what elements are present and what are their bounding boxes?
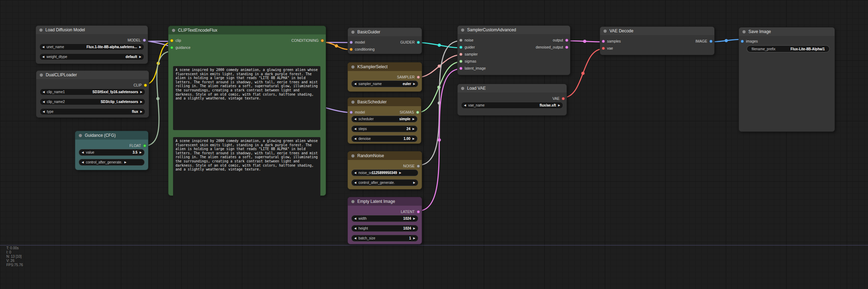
widget-batch-size[interactable]: ◀ batch_size 1 ▶: [351, 235, 418, 242]
node-titlebar[interactable]: Load VAE: [458, 84, 567, 92]
widget-weight-dtype[interactable]: ◀ weight_dtype default ▶: [39, 53, 144, 60]
collapse-dot-icon[interactable]: [351, 154, 355, 158]
collapse-dot-icon[interactable]: [351, 200, 355, 203]
decrement-arrow-icon[interactable]: ◀: [82, 161, 84, 164]
image-output-slot[interactable]: [709, 40, 713, 43]
increment-arrow-icon[interactable]: ▶: [139, 46, 141, 49]
decrement-arrow-icon[interactable]: ◀: [354, 128, 356, 130]
increment-arrow-icon[interactable]: ▶: [399, 172, 401, 174]
noise-output-slot[interactable]: [417, 165, 420, 168]
widget-noise-seed[interactable]: ◀ noise_se 1125899950349 ▶: [351, 169, 418, 176]
sigmas-input-slot[interactable]: [459, 60, 462, 63]
latent-output-slot[interactable]: [417, 210, 420, 213]
node-titlebar[interactable]: Save Image: [739, 27, 835, 36]
node-load-vae[interactable]: Load VAE VAE ◀ vae_name flux/ae.sft ▶: [457, 84, 567, 116]
widget-sampler-name[interactable]: ◀ sampler_name euler ▶: [351, 81, 418, 87]
model-output-slot[interactable]: [143, 39, 146, 42]
widget-filename-prefix[interactable]: filename_prefix Flux-Lite-8B-Alpha/1: [747, 45, 830, 52]
node-vae-decode[interactable]: VAE Decode samples IMAGE vae: [600, 26, 715, 55]
increment-arrow-icon[interactable]: ▶: [413, 227, 415, 230]
increment-arrow-icon[interactable]: ▶: [413, 137, 415, 140]
collapse-dot-icon[interactable]: [79, 134, 82, 137]
decrement-arrow-icon[interactable]: ◀: [354, 118, 356, 121]
collapse-dot-icon[interactable]: [351, 101, 355, 104]
collapse-dot-icon[interactable]: [172, 29, 175, 32]
node-save-image[interactable]: Save Image images filename_prefix Flux-L…: [739, 27, 835, 132]
decrement-arrow-icon[interactable]: ◀: [43, 101, 45, 103]
decrement-arrow-icon[interactable]: ◀: [82, 151, 84, 154]
decrement-arrow-icon[interactable]: ◀: [354, 237, 356, 240]
widget-scheduler[interactable]: ◀ scheduler simple ▶: [351, 116, 417, 122]
increment-arrow-icon[interactable]: ▶: [413, 217, 415, 220]
decrement-arrow-icon[interactable]: ◀: [354, 217, 356, 220]
node-titlebar[interactable]: RandomNoise: [348, 152, 422, 160]
increment-arrow-icon[interactable]: ▶: [413, 237, 415, 240]
increment-arrow-icon[interactable]: ▶: [140, 151, 142, 154]
widget-clip-name2[interactable]: ◀ clip_name2 SD3/clip_l.safetensors ▶: [40, 98, 145, 105]
conditioning-output-slot[interactable]: [321, 39, 324, 42]
node-ksampler-select[interactable]: KSamplerSelect SAMPLER ◀ sampler_name eu…: [347, 62, 422, 92]
decrement-arrow-icon[interactable]: ◀: [464, 104, 466, 107]
vae-output-slot[interactable]: [562, 97, 565, 100]
widget-clip-name1[interactable]: ◀ clip_name1 SD3/t5xxl_fp16.safetensors …: [40, 89, 145, 95]
decrement-arrow-icon[interactable]: ◀: [42, 56, 44, 58]
vae-input-slot[interactable]: [602, 47, 605, 50]
increment-arrow-icon[interactable]: ▶: [139, 56, 141, 58]
collapse-dot-icon[interactable]: [40, 73, 43, 77]
collapse-dot-icon[interactable]: [351, 31, 355, 34]
collapse-dot-icon[interactable]: [461, 87, 464, 90]
float-output-slot[interactable]: [143, 144, 146, 147]
samples-input-slot[interactable]: [602, 40, 605, 43]
decrement-arrow-icon[interactable]: ◀: [354, 227, 356, 230]
node-titlebar[interactable]: Empty Latent Image: [348, 197, 422, 206]
increment-arrow-icon[interactable]: ▶: [125, 161, 127, 164]
sigmas-output-slot[interactable]: [416, 111, 419, 114]
model-input-slot[interactable]: [350, 111, 353, 114]
node-titlebar[interactable]: SamplerCustomAdvanced: [458, 26, 570, 34]
widget-unet-name[interactable]: ◀ unet_name Flux.1-lite-8B-alpha.safeten…: [39, 44, 144, 50]
output-output-slot[interactable]: [565, 39, 568, 42]
guider-input-slot[interactable]: [459, 46, 462, 49]
widget-denoise[interactable]: ◀ denoise 1.00 ▶: [351, 135, 417, 142]
increment-arrow-icon[interactable]: ▶: [413, 181, 415, 184]
decrement-arrow-icon[interactable]: ◀: [42, 46, 44, 49]
node-titlebar[interactable]: VAE Decode: [600, 27, 714, 35]
model-input-slot[interactable]: [350, 41, 353, 44]
guider-output-slot[interactable]: [417, 41, 420, 44]
node-titlebar[interactable]: BasicGuider: [348, 28, 422, 36]
node-guidance-cfg[interactable]: Guidance (CFG) FLOAT ◀ value 3.5 ▶ ◀ con…: [75, 131, 148, 170]
increment-arrow-icon[interactable]: ▶: [140, 91, 142, 94]
images-input-slot[interactable]: [741, 40, 744, 43]
widget-steps[interactable]: ◀ steps 24 ▶: [351, 126, 417, 132]
widget-control-after-generate[interactable]: ◀ control_after_generate. ▶: [79, 159, 145, 166]
t5xxl-prompt-textarea[interactable]: A scene inspired by 2000 comedy animatio…: [173, 137, 320, 201]
node-titlebar[interactable]: Load Diffusion Model: [36, 26, 148, 34]
decrement-arrow-icon[interactable]: ◀: [43, 110, 45, 113]
decrement-arrow-icon[interactable]: ◀: [354, 181, 356, 184]
node-empty-latent-image[interactable]: Empty Latent Image LATENT ◀ width 1024 ▶…: [347, 197, 422, 244]
increment-arrow-icon[interactable]: ▶: [140, 110, 142, 113]
increment-arrow-icon[interactable]: ▶: [413, 128, 415, 130]
widget-value[interactable]: ◀ value 3.5 ▶: [79, 149, 145, 156]
node-dual-clip-loader[interactable]: DualCLIPLoader CLIP ◀ clip_name1 SD3/t5x…: [36, 70, 149, 118]
node-titlebar[interactable]: CLIPTextEncodeFlux: [168, 26, 326, 34]
node-basic-scheduler[interactable]: BasicScheduler model SIGMAS ◀ scheduler …: [347, 97, 421, 144]
node-titlebar[interactable]: KSamplerSelect: [348, 63, 422, 71]
conditioning-input-slot[interactable]: [350, 48, 353, 51]
latent-image-input-slot[interactable]: [459, 67, 462, 70]
collapse-dot-icon[interactable]: [742, 30, 746, 33]
node-sampler-custom-advanced[interactable]: SamplerCustomAdvanced noise output guide…: [457, 25, 570, 75]
decrement-arrow-icon[interactable]: ◀: [354, 137, 356, 140]
widget-type[interactable]: ◀ type flux ▶: [40, 108, 145, 115]
sampler-output-slot[interactable]: [417, 76, 420, 79]
node-clip-text-encode-flux[interactable]: CLIPTextEncodeFlux clip CONDITIONING gui…: [168, 26, 326, 196]
decrement-arrow-icon[interactable]: ◀: [354, 172, 356, 174]
node-titlebar[interactable]: BasicScheduler: [348, 98, 421, 106]
node-load-diffusion-model[interactable]: Load Diffusion Model MODEL ◀ unet_name F…: [36, 25, 148, 64]
node-titlebar[interactable]: Guidance (CFG): [75, 131, 148, 140]
widget-vae-name[interactable]: ◀ vae_name flux/ae.sft ▶: [461, 102, 563, 109]
clip-l-prompt-textarea[interactable]: A scene inspired by 2000 comedy animatio…: [173, 66, 320, 130]
collapse-dot-icon[interactable]: [461, 28, 464, 32]
increment-arrow-icon[interactable]: ▶: [413, 83, 415, 85]
guidance-input-slot[interactable]: [170, 46, 173, 49]
